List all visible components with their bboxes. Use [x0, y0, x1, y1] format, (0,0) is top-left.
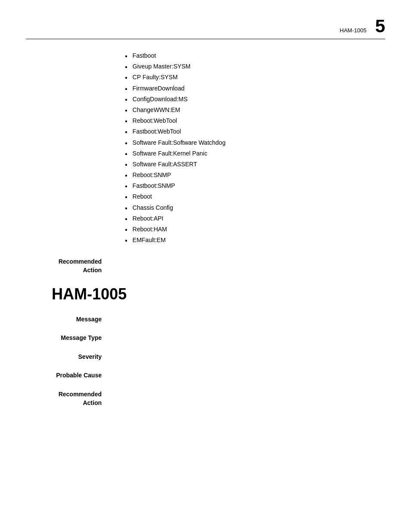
list-item: FirmwareDownload [125, 85, 385, 93]
bullet-list: FastbootGiveup Master:SYSMCP Faulty:SYSM… [125, 52, 385, 245]
list-item: Software Fault:Software Watchdog [125, 139, 385, 147]
list-item: Reboot:SNMP [125, 171, 385, 180]
prev-recommended-action-row: Recommended Action [26, 258, 385, 274]
page-container: HAM-1005 5 FastbootGiveup Master:SYSMCP … [0, 0, 411, 532]
severity-value [112, 353, 385, 361]
message-value [112, 315, 385, 324]
list-item: Fastboot [125, 52, 385, 60]
message-label: Message [26, 315, 112, 324]
list-item: ChangeWWN:EM [125, 106, 385, 115]
message-row: Message [26, 315, 385, 324]
list-item: Reboot [125, 193, 385, 201]
list-item: CP Faulty:SYSM [125, 74, 385, 82]
probable-cause-value [112, 371, 385, 380]
list-item: Software Fault:Kernel Panic [125, 150, 385, 158]
list-item: Fastboot:SNMP [125, 182, 385, 190]
list-item: Reboot:WebTool [125, 117, 385, 125]
list-item: Reboot:API [125, 215, 385, 223]
recommended-action-value [112, 390, 385, 407]
prev-recommended-action-label: Recommended Action [26, 258, 112, 274]
list-item: Chassis Config [125, 204, 385, 212]
section-title: HAM-1005 [52, 285, 385, 303]
probable-cause-label: Probable Cause [26, 371, 112, 380]
list-item: ConfigDownload:MS [125, 96, 385, 104]
message-type-row: Message Type [26, 334, 385, 342]
message-type-value [112, 334, 385, 342]
recommended-action-label: Recommended Action [26, 390, 112, 407]
message-type-label: Message Type [26, 334, 112, 342]
header-page-number: 5 [375, 17, 385, 35]
severity-row: Severity [26, 353, 385, 361]
list-item: Reboot:HAM [125, 226, 385, 234]
list-item: Fastboot:WebTool [125, 128, 385, 136]
prev-recommended-action-value [112, 258, 385, 274]
header-code: HAM-1005 [340, 27, 367, 34]
severity-label: Severity [26, 353, 112, 361]
list-item: Giveup Master:SYSM [125, 63, 385, 71]
list-item: EMFault:EM [125, 236, 385, 245]
page-header: HAM-1005 5 [26, 17, 385, 39]
list-item: Software Fault:ASSERT [125, 161, 385, 169]
probable-cause-row: Probable Cause [26, 371, 385, 380]
recommended-action-row: Recommended Action [26, 390, 385, 407]
